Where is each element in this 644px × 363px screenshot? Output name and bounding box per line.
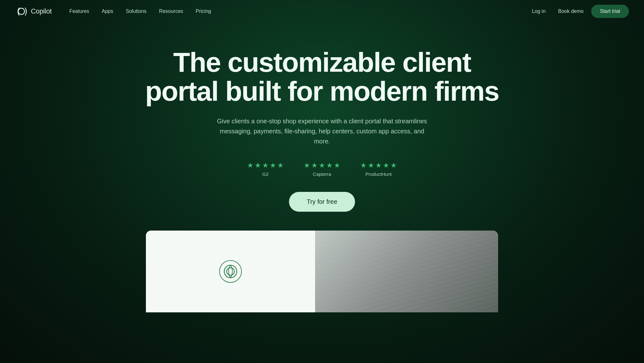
- capterra-label: Capterra: [313, 171, 331, 177]
- star-4: ★: [326, 161, 333, 170]
- ratings-row: ★ ★ ★ ★ ★ G2 ★ ★ ★ ★ ★ Capterra ★ ★ ★: [247, 161, 397, 177]
- preview-lines-decoration: [315, 231, 498, 312]
- star-2: ★: [255, 161, 261, 170]
- hero-section: The customizable client portal built for…: [0, 23, 644, 331]
- navbar: ( ) Copilot Features Apps Solutions Reso…: [0, 0, 644, 23]
- nav-link-apps[interactable]: Apps: [97, 6, 118, 17]
- svg-text:): ): [23, 6, 28, 17]
- preview-panel: [146, 231, 498, 312]
- nav-right: Log in Book demo Start trial: [527, 5, 629, 18]
- rating-capterra: ★ ★ ★ ★ ★ Capterra: [304, 161, 340, 177]
- svg-point-4: [224, 265, 237, 278]
- preview-logo-circle: [219, 260, 242, 283]
- hero-title: The customizable client portal built for…: [133, 48, 511, 106]
- g2-stars: ★ ★ ★ ★ ★: [247, 161, 284, 170]
- preview-right-panel: [315, 231, 498, 312]
- star-5: ★: [391, 161, 397, 170]
- nav-link-solutions[interactable]: Solutions: [121, 6, 152, 17]
- login-button[interactable]: Log in: [527, 6, 551, 17]
- nav-links: Features Apps Solutions Resources Pricin…: [64, 6, 216, 17]
- preview-copilot-icon: [223, 264, 238, 279]
- nav-left: ( ) Copilot Features Apps Solutions Reso…: [15, 5, 216, 18]
- rating-producthunt: ★ ★ ★ ★ ★ ProductHunt: [360, 161, 397, 177]
- try-for-free-button[interactable]: Try for free: [289, 192, 355, 212]
- star-3: ★: [262, 161, 269, 170]
- brand-name: Copilot: [31, 7, 52, 15]
- star-4: ★: [270, 161, 276, 170]
- star-5: ★: [277, 161, 284, 170]
- preview-left-panel: [146, 231, 315, 312]
- logo-link[interactable]: ( ) Copilot: [15, 5, 52, 18]
- star-3: ★: [375, 161, 382, 170]
- star-1: ★: [360, 161, 367, 170]
- star-2: ★: [311, 161, 318, 170]
- nav-link-pricing[interactable]: Pricing: [191, 6, 216, 17]
- nav-link-features[interactable]: Features: [64, 6, 94, 17]
- producthunt-stars: ★ ★ ★ ★ ★: [360, 161, 397, 170]
- g2-label: G2: [262, 171, 269, 177]
- start-trial-button[interactable]: Start trial: [591, 5, 629, 18]
- star-4: ★: [383, 161, 389, 170]
- star-5: ★: [334, 161, 340, 170]
- hero-subtitle: Give clients a one-stop shop experience …: [212, 116, 432, 146]
- producthunt-label: ProductHunt: [365, 171, 391, 177]
- star-3: ★: [319, 161, 325, 170]
- star-1: ★: [304, 161, 310, 170]
- star-2: ★: [368, 161, 374, 170]
- nav-link-resources[interactable]: Resources: [154, 6, 188, 17]
- logo-icon: ( ): [15, 5, 28, 18]
- book-demo-button[interactable]: Book demo: [553, 6, 589, 17]
- rating-g2: ★ ★ ★ ★ ★ G2: [247, 161, 284, 177]
- star-1: ★: [247, 161, 253, 170]
- capterra-stars: ★ ★ ★ ★ ★: [304, 161, 340, 170]
- svg-point-5: [227, 268, 234, 275]
